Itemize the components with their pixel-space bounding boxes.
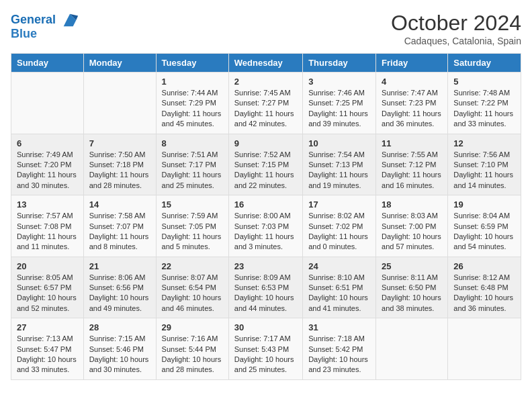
day-number: 4 xyxy=(382,77,442,87)
day-info: Sunrise: 7:15 AM Sunset: 5:46 PM Dayligh… xyxy=(89,334,150,375)
calendar-cell: 26Sunrise: 8:12 AM Sunset: 6:48 PM Dayli… xyxy=(448,257,521,318)
calendar-cell xyxy=(376,318,448,380)
calendar-cell: 16Sunrise: 8:00 AM Sunset: 7:03 PM Dayli… xyxy=(228,195,302,257)
calendar-cell: 30Sunrise: 7:17 AM Sunset: 5:43 PM Dayli… xyxy=(228,318,302,380)
calendar-cell: 17Sunrise: 8:02 AM Sunset: 7:02 PM Dayli… xyxy=(303,195,376,257)
calendar-week-row: 1Sunrise: 7:44 AM Sunset: 7:29 PM Daylig… xyxy=(11,73,521,134)
day-number: 6 xyxy=(17,138,78,148)
calendar-cell: 11Sunrise: 7:55 AM Sunset: 7:12 PM Dayli… xyxy=(376,134,448,195)
day-info: Sunrise: 7:17 AM Sunset: 5:43 PM Dayligh… xyxy=(234,334,297,375)
day-info: Sunrise: 8:00 AM Sunset: 7:03 PM Dayligh… xyxy=(234,211,297,253)
calendar-cell: 8Sunrise: 7:51 AM Sunset: 7:17 PM Daylig… xyxy=(156,134,228,195)
day-number: 2 xyxy=(234,77,297,87)
day-info: Sunrise: 8:09 AM Sunset: 6:53 PM Dayligh… xyxy=(234,273,297,314)
day-info: Sunrise: 8:06 AM Sunset: 6:56 PM Dayligh… xyxy=(89,273,150,314)
day-info: Sunrise: 7:50 AM Sunset: 7:18 PM Dayligh… xyxy=(89,150,150,191)
day-number: 25 xyxy=(382,261,442,271)
day-info: Sunrise: 7:54 AM Sunset: 7:13 PM Dayligh… xyxy=(308,150,370,191)
calendar-cell xyxy=(83,73,156,134)
calendar-cell: 25Sunrise: 8:11 AM Sunset: 6:50 PM Dayli… xyxy=(376,257,448,318)
calendar-cell: 28Sunrise: 7:15 AM Sunset: 5:46 PM Dayli… xyxy=(83,318,156,380)
day-info: Sunrise: 7:49 AM Sunset: 7:20 PM Dayligh… xyxy=(17,150,78,191)
calendar-cell: 22Sunrise: 8:07 AM Sunset: 6:54 PM Dayli… xyxy=(156,257,228,318)
day-of-week-header: Thursday xyxy=(303,54,376,73)
day-of-week-header: Wednesday xyxy=(228,54,302,73)
day-number: 7 xyxy=(89,138,150,148)
day-number: 3 xyxy=(308,77,370,87)
calendar-cell xyxy=(11,73,84,134)
day-info: Sunrise: 8:02 AM Sunset: 7:02 PM Dayligh… xyxy=(308,211,370,253)
calendar-week-row: 6Sunrise: 7:49 AM Sunset: 7:20 PM Daylig… xyxy=(11,134,521,195)
location-subtitle: Cadaques, Catalonia, Spain xyxy=(391,36,521,46)
day-number: 20 xyxy=(17,261,78,271)
calendar-cell: 2Sunrise: 7:45 AM Sunset: 7:27 PM Daylig… xyxy=(228,73,302,134)
day-of-week-header: Friday xyxy=(376,54,448,73)
day-number: 22 xyxy=(162,261,223,271)
calendar-cell: 3Sunrise: 7:46 AM Sunset: 7:25 PM Daylig… xyxy=(303,73,376,134)
day-info: Sunrise: 7:46 AM Sunset: 7:25 PM Dayligh… xyxy=(308,88,370,130)
calendar-week-row: 13Sunrise: 7:57 AM Sunset: 7:08 PM Dayli… xyxy=(11,195,521,257)
day-of-week-header: Tuesday xyxy=(156,54,228,73)
day-number: 21 xyxy=(89,261,150,271)
day-info: Sunrise: 7:59 AM Sunset: 7:05 PM Dayligh… xyxy=(162,211,223,253)
calendar-cell: 24Sunrise: 8:10 AM Sunset: 6:51 PM Dayli… xyxy=(303,257,376,318)
day-number: 23 xyxy=(234,261,297,271)
calendar-cell: 14Sunrise: 7:58 AM Sunset: 7:07 PM Dayli… xyxy=(83,195,156,257)
day-info: Sunrise: 7:48 AM Sunset: 7:22 PM Dayligh… xyxy=(453,88,515,130)
day-number: 15 xyxy=(162,199,223,210)
day-info: Sunrise: 7:13 AM Sunset: 5:47 PM Dayligh… xyxy=(17,334,78,375)
day-number: 14 xyxy=(89,199,150,210)
day-number: 18 xyxy=(382,199,442,210)
calendar-week-row: 20Sunrise: 8:05 AM Sunset: 6:57 PM Dayli… xyxy=(11,257,521,318)
day-info: Sunrise: 8:10 AM Sunset: 6:51 PM Dayligh… xyxy=(308,273,370,314)
calendar-cell: 5Sunrise: 7:48 AM Sunset: 7:22 PM Daylig… xyxy=(448,73,521,134)
calendar-cell: 12Sunrise: 7:56 AM Sunset: 7:10 PM Dayli… xyxy=(448,134,521,195)
day-number: 1 xyxy=(162,77,223,87)
calendar-header-row: SundayMondayTuesdayWednesdayThursdayFrid… xyxy=(11,54,521,73)
day-number: 30 xyxy=(234,322,297,332)
logo: General Blue xyxy=(11,11,79,41)
day-info: Sunrise: 7:52 AM Sunset: 7:15 PM Dayligh… xyxy=(234,150,297,191)
day-info: Sunrise: 7:47 AM Sunset: 7:23 PM Dayligh… xyxy=(382,88,442,130)
calendar-cell: 9Sunrise: 7:52 AM Sunset: 7:15 PM Daylig… xyxy=(228,134,302,195)
day-number: 31 xyxy=(308,322,370,332)
calendar-cell: 4Sunrise: 7:47 AM Sunset: 7:23 PM Daylig… xyxy=(376,73,448,134)
calendar-cell: 20Sunrise: 8:05 AM Sunset: 6:57 PM Dayli… xyxy=(11,257,84,318)
calendar-cell: 15Sunrise: 7:59 AM Sunset: 7:05 PM Dayli… xyxy=(156,195,228,257)
day-info: Sunrise: 7:44 AM Sunset: 7:29 PM Dayligh… xyxy=(162,88,223,130)
day-info: Sunrise: 7:58 AM Sunset: 7:07 PM Dayligh… xyxy=(89,211,150,253)
calendar-cell xyxy=(448,318,521,380)
day-info: Sunrise: 8:07 AM Sunset: 6:54 PM Dayligh… xyxy=(162,273,223,314)
day-number: 19 xyxy=(453,199,515,210)
title-block: October 2024 Cadaques, Catalonia, Spain xyxy=(391,11,521,46)
day-info: Sunrise: 7:55 AM Sunset: 7:12 PM Dayligh… xyxy=(382,150,442,191)
calendar-cell: 31Sunrise: 7:18 AM Sunset: 5:42 PM Dayli… xyxy=(303,318,376,380)
day-info: Sunrise: 8:04 AM Sunset: 6:59 PM Dayligh… xyxy=(453,211,515,253)
day-number: 24 xyxy=(308,261,370,271)
day-number: 9 xyxy=(234,138,297,148)
day-of-week-header: Saturday xyxy=(448,54,521,73)
day-info: Sunrise: 8:05 AM Sunset: 6:57 PM Dayligh… xyxy=(17,273,78,314)
day-info: Sunrise: 8:03 AM Sunset: 7:00 PM Dayligh… xyxy=(382,211,442,253)
day-info: Sunrise: 7:57 AM Sunset: 7:08 PM Dayligh… xyxy=(17,211,78,253)
day-info: Sunrise: 7:18 AM Sunset: 5:42 PM Dayligh… xyxy=(308,334,370,375)
day-number: 8 xyxy=(162,138,223,148)
day-number: 10 xyxy=(308,138,370,148)
calendar-cell: 21Sunrise: 8:06 AM Sunset: 6:56 PM Dayli… xyxy=(83,257,156,318)
calendar-body: 1Sunrise: 7:44 AM Sunset: 7:29 PM Daylig… xyxy=(11,73,521,380)
day-info: Sunrise: 8:12 AM Sunset: 6:48 PM Dayligh… xyxy=(453,273,515,314)
day-info: Sunrise: 7:45 AM Sunset: 7:27 PM Dayligh… xyxy=(234,88,297,130)
calendar-table: SundayMondayTuesdayWednesdayThursdayFrid… xyxy=(11,53,521,380)
calendar-cell: 27Sunrise: 7:13 AM Sunset: 5:47 PM Dayli… xyxy=(11,318,84,380)
day-number: 17 xyxy=(308,199,370,210)
page-header: General Blue October 2024 Cadaques, Cata… xyxy=(11,11,521,46)
calendar-cell: 1Sunrise: 7:44 AM Sunset: 7:29 PM Daylig… xyxy=(156,73,228,134)
day-number: 11 xyxy=(382,138,442,148)
day-number: 28 xyxy=(89,322,150,332)
day-info: Sunrise: 7:51 AM Sunset: 7:17 PM Dayligh… xyxy=(162,150,223,191)
month-title: October 2024 xyxy=(391,11,521,36)
calendar-cell: 10Sunrise: 7:54 AM Sunset: 7:13 PM Dayli… xyxy=(303,134,376,195)
calendar-cell: 13Sunrise: 7:57 AM Sunset: 7:08 PM Dayli… xyxy=(11,195,84,257)
calendar-cell: 7Sunrise: 7:50 AM Sunset: 7:18 PM Daylig… xyxy=(83,134,156,195)
day-of-week-header: Monday xyxy=(83,54,156,73)
